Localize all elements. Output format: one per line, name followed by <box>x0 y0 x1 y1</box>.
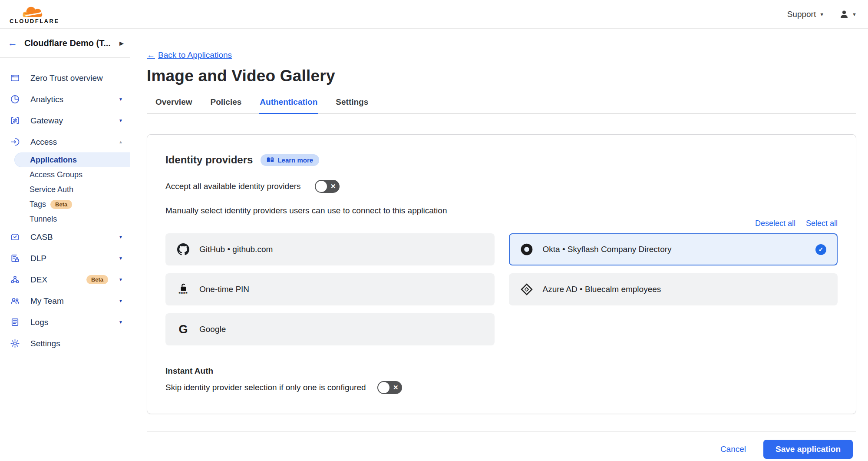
sidebar-item-casb[interactable]: CASB ▼ <box>0 226 130 248</box>
instant-auth-toggle[interactable]: ✕ <box>377 381 402 394</box>
chevron-down-icon[interactable]: ▼ <box>119 256 123 261</box>
sidebar-item-label: Service Auth <box>30 185 73 194</box>
book-icon <box>267 157 274 163</box>
sidebar-item-label: DLP <box>30 254 108 263</box>
provider-name: Google <box>199 325 226 334</box>
toggle-knob <box>378 382 389 393</box>
gear-icon <box>10 338 20 349</box>
window-icon <box>10 73 20 83</box>
tab-overview[interactable]: Overview <box>155 95 193 114</box>
beta-badge: Beta <box>86 275 108 284</box>
sidebar-item-label: Tunnels <box>30 215 57 224</box>
select-all-link[interactable]: Select all <box>806 219 838 228</box>
footer-actions: Cancel Save application <box>147 432 856 459</box>
chevron-down-icon: ▼ <box>852 12 857 17</box>
accept-all-toggle[interactable]: ✕ <box>315 180 340 193</box>
toggle-x-icon: ✕ <box>393 384 399 391</box>
provider-tile-one-time-pin[interactable]: **** One-time PIN <box>165 273 495 305</box>
gateway-icon <box>10 116 20 126</box>
chevron-right-icon[interactable]: ▶ <box>119 40 124 46</box>
sidebar-item-label: Zero Trust overview <box>30 73 123 83</box>
chevron-down-icon[interactable]: ▼ <box>119 320 123 325</box>
chevron-up-icon[interactable]: ▲ <box>119 139 123 144</box>
provider-tile-azure-ad[interactable]: Azure AD • Bluecalm employees <box>509 273 838 305</box>
card-title: Identity providers <box>165 154 253 166</box>
support-menu[interactable]: Support ▼ <box>787 10 824 19</box>
instant-auth-label: Skip identity provider selection if only… <box>165 383 366 392</box>
account-switcher[interactable]: ← Cloudflare Demo (T... ▶ <box>0 29 130 58</box>
sidebar-item-my-team[interactable]: My Team ▼ <box>0 290 130 312</box>
toggle-knob <box>316 181 327 192</box>
chevron-down-icon[interactable]: ▼ <box>119 298 123 303</box>
sidebar-item-label: Applications <box>30 156 77 165</box>
cloudflare-logo[interactable]: CLOUDFLARE <box>10 4 59 24</box>
sidebar-item-zero-trust-overview[interactable]: Zero Trust overview <box>0 67 130 89</box>
chevron-down-icon[interactable]: ▼ <box>119 277 123 282</box>
provider-tile-okta[interactable]: Okta • Skyflash Company Directory ✓ <box>509 233 838 265</box>
account-name: Cloudflare Demo (T... <box>24 38 112 48</box>
support-label: Support <box>787 10 816 19</box>
sidebar-item-label: Logs <box>30 318 108 327</box>
tab-settings[interactable]: Settings <box>335 95 369 114</box>
provider-grid: GitHub • github.com Okta • Skyflash Comp… <box>165 233 838 345</box>
access-icon <box>10 137 20 147</box>
provider-tile-github[interactable]: GitHub • github.com <box>165 233 495 265</box>
chevron-down-icon[interactable]: ▼ <box>119 97 123 102</box>
sidebar-item-access[interactable]: Access ▲ <box>0 131 130 153</box>
manual-select-text: Manually select identity providers users… <box>165 206 838 216</box>
back-to-applications-link[interactable]: ← Back to Applications <box>147 50 232 60</box>
sidebar-item-access-groups[interactable]: Access Groups <box>0 167 130 182</box>
cloudflare-wordmark: CLOUDFLARE <box>10 18 59 24</box>
google-icon: G <box>177 324 190 335</box>
provider-tile-google[interactable]: G Google <box>165 313 495 345</box>
github-icon <box>177 243 190 255</box>
back-arrow-icon[interactable]: ← <box>8 38 17 48</box>
sidebar-item-settings[interactable]: Settings <box>0 333 130 354</box>
sidebar-item-logs[interactable]: Logs ▼ <box>0 312 130 333</box>
sidebar-item-dex[interactable]: DEX Beta ▼ <box>0 269 130 290</box>
learn-more-label: Learn more <box>277 156 313 164</box>
learn-more-button[interactable]: Learn more <box>261 154 319 166</box>
back-arrow-icon: ← <box>147 50 155 60</box>
toggle-x-icon: ✕ <box>330 182 336 190</box>
sidebar-item-tunnels[interactable]: Tunnels <box>0 212 130 226</box>
user-menu[interactable]: ▼ <box>839 9 857 20</box>
sidebar-item-label: Tags <box>30 200 46 209</box>
sidebar-item-label: Access <box>30 137 108 147</box>
sidebar-item-tags[interactable]: Tags Beta <box>0 197 130 212</box>
dlp-icon <box>10 253 20 264</box>
sidebar: ← Cloudflare Demo (T... ▶ Zero Trust ove… <box>0 29 130 461</box>
team-icon <box>10 296 20 306</box>
sidebar-divider <box>0 363 130 363</box>
page-title: Image and Video Gallery <box>147 67 856 85</box>
tab-authentication[interactable]: Authentication <box>259 95 318 114</box>
provider-name: Azure AD • Bluecalm employees <box>543 285 661 294</box>
sidebar-item-gateway[interactable]: Gateway ▼ <box>0 110 130 131</box>
azure-ad-icon <box>520 283 533 295</box>
chevron-down-icon[interactable]: ▼ <box>119 235 123 239</box>
top-bar: CLOUDFLARE Support ▼ ▼ <box>0 0 868 29</box>
instant-auth-heading: Instant Auth <box>165 366 838 376</box>
sidebar-item-analytics[interactable]: Analytics ▼ <box>0 89 130 110</box>
sidebar-item-dlp[interactable]: DLP ▼ <box>0 248 130 269</box>
analytics-icon <box>10 94 20 105</box>
tab-bar: Overview Policies Authentication Setting… <box>147 95 856 114</box>
chevron-down-icon[interactable]: ▼ <box>119 118 123 123</box>
cancel-button[interactable]: Cancel <box>720 444 746 454</box>
okta-icon <box>520 243 533 255</box>
logs-icon <box>10 317 20 328</box>
deselect-all-link[interactable]: Deselect all <box>755 219 795 228</box>
chevron-down-icon: ▼ <box>819 12 824 17</box>
sidebar-item-label: DEX <box>30 275 72 285</box>
back-link-label: Back to Applications <box>158 50 232 60</box>
save-application-button[interactable]: Save application <box>763 440 853 459</box>
sidebar-item-service-auth[interactable]: Service Auth <box>0 182 130 197</box>
casb-icon <box>10 232 20 242</box>
sidebar-item-applications[interactable]: Applications <box>14 153 130 167</box>
selected-check-icon: ✓ <box>815 244 826 255</box>
sidebar-item-label: My Team <box>30 296 108 306</box>
provider-name: Okta • Skyflash Company Directory <box>543 245 672 254</box>
tab-policies[interactable]: Policies <box>210 95 243 114</box>
otp-lock-icon: **** <box>177 283 190 296</box>
accept-all-label: Accept all available identity providers <box>165 182 301 191</box>
